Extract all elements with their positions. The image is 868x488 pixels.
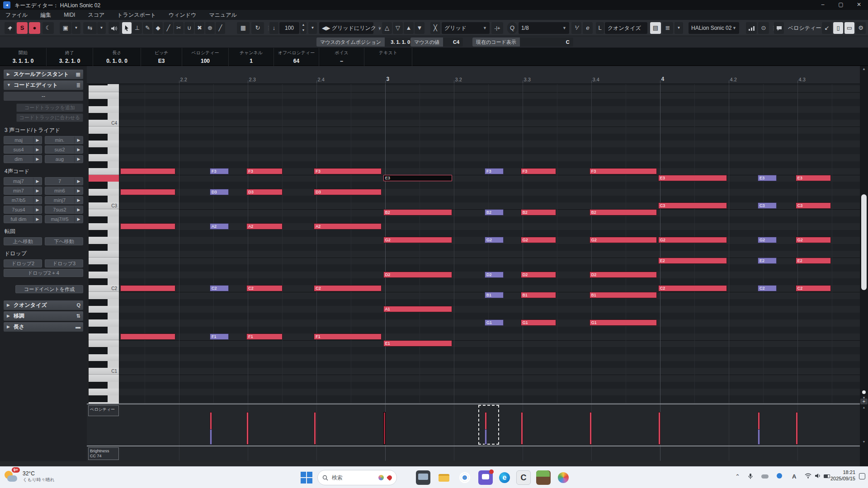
midi-note-F3[interactable] [120, 168, 175, 174]
info-field-2[interactable]: 長さ0. 1. 0. 0 [93, 48, 141, 66]
chord-play-icon[interactable]: ▶ [33, 155, 42, 163]
black-key-G#0[interactable] [89, 395, 119, 402]
white-key-D1[interactable] [89, 354, 119, 361]
object-selection-dropdown-icon[interactable]: ▼ [72, 22, 80, 34]
event-colors-bubble-icon[interactable] [774, 22, 784, 34]
taskbar-app-file-explorer[interactable] [437, 470, 451, 485]
black-key-D#2[interactable] [89, 264, 119, 271]
chord-button-sus2[interactable]: sus2▶ [45, 145, 83, 154]
line-tool-icon[interactable]: ╱ [164, 22, 173, 34]
white-key-F2[interactable] [89, 251, 119, 258]
taskbar-app-cubase[interactable]: C [516, 470, 531, 485]
midi-note-C2[interactable]: C2 [758, 285, 777, 291]
midi-note-F1[interactable]: F1 [246, 333, 283, 340]
bottom-scroll-strip[interactable] [0, 461, 868, 466]
taskbar-app-browser[interactable] [556, 470, 571, 485]
taskbar-app-chat[interactable] [478, 470, 493, 485]
midi-note-F3[interactable]: F3 [246, 168, 283, 174]
chord-button-dim[interactable]: dim▶ [4, 155, 42, 163]
chord-play-icon[interactable]: ▶ [33, 136, 42, 144]
split-tool-icon[interactable]: ✂ [174, 22, 184, 34]
piano-keyboard[interactable]: C4C3C2C1 [87, 84, 119, 404]
search-input[interactable]: 検索 [317, 470, 397, 485]
create-chord-event-button[interactable]: コードイベントを作成 [15, 285, 83, 293]
taskbar-app-minecraft[interactable] [536, 470, 551, 485]
mute-tool-icon[interactable]: ✖ [195, 22, 204, 34]
black-key-F#2[interactable] [89, 244, 119, 251]
velocity-bar-red[interactable] [246, 412, 249, 445]
midi-note-D3[interactable]: D3 [246, 189, 283, 195]
velocity-bars-icon[interactable] [746, 22, 757, 34]
grid-plusminus-icon[interactable]: -|+ [491, 22, 503, 34]
drop3-button[interactable]: ドロップ3 [45, 259, 83, 267]
part-dropdown-icon[interactable]: ▼ [675, 22, 683, 34]
chord-button-maj[interactable]: maj▶ [4, 136, 42, 144]
midi-note-A2[interactable]: A2 [314, 223, 382, 230]
chord-play-icon[interactable]: ▶ [33, 146, 42, 153]
info-field-7[interactable]: ボイス– [319, 48, 364, 66]
midi-note-E1[interactable]: E1 [383, 340, 452, 347]
white-key-C2[interactable]: C2 [89, 285, 119, 292]
cc-lane[interactable] [87, 446, 860, 461]
chord-play-icon[interactable]: ▶ [33, 197, 42, 204]
midi-note-D2[interactable]: D2 [485, 272, 504, 278]
show-parts-icon[interactable]: ▤ [650, 22, 661, 34]
midi-note-G2[interactable]: G2 [485, 237, 504, 243]
chord-button-m7b5[interactable]: m7/b5▶ [4, 196, 42, 204]
add-chord-track-button[interactable]: コードトラックを追加 [16, 103, 83, 112]
left-zone-arrow-icon[interactable]: ↙ [822, 22, 832, 34]
midi-note-D2[interactable]: D2 [521, 272, 556, 278]
event-colors-dropdown[interactable]: ベロシティー [785, 22, 821, 34]
chord-button-minj7[interactable]: minj7▶ [45, 196, 83, 204]
black-key-F#1[interactable] [89, 327, 119, 333]
inversion-up-button[interactable]: 上へ移動 [4, 237, 42, 245]
midi-input-icon[interactable]: ⊙ [758, 22, 769, 34]
white-key-G3[interactable] [89, 154, 119, 161]
white-key-D3[interactable] [89, 189, 119, 196]
menu-midi[interactable]: MIDI [64, 12, 75, 18]
acoustic-audition-icon[interactable] [108, 22, 119, 34]
velocity-stepper[interactable]: ▲▼ [300, 22, 307, 34]
chord-display-field[interactable]: -- [4, 92, 83, 101]
cc-lane-label[interactable]: Brightness CC 74 [88, 447, 119, 460]
midi-note-B1[interactable]: B1 [485, 292, 504, 298]
drop2-button[interactable]: ドロップ2 [4, 259, 42, 267]
chord-play-icon[interactable]: ▶ [75, 197, 83, 204]
wifi-icon[interactable] [805, 473, 811, 480]
midi-note-D2[interactable]: D2 [383, 272, 452, 278]
midi-note-B2[interactable]: B2 [521, 209, 556, 216]
midi-note-C2[interactable]: C2 [796, 285, 831, 291]
white-key-D2[interactable] [89, 272, 119, 278]
chord-button-7sus4[interactable]: 7sus4▶ [4, 206, 42, 214]
white-key-E2[interactable] [89, 258, 119, 264]
midi-note-E2[interactable]: E2 [758, 258, 777, 264]
part-editing-mode-icon[interactable]: ≣ [662, 22, 673, 34]
chord-play-icon[interactable]: ▶ [75, 146, 83, 153]
white-key-F3[interactable] [89, 168, 119, 175]
info-field-1[interactable]: 終了3. 2. 1. 0 [47, 48, 93, 66]
black-key-C#1[interactable] [89, 361, 119, 368]
inversion-down-button[interactable]: 下へ移動 [45, 237, 83, 245]
white-key-C1[interactable]: C1 [89, 368, 119, 375]
update-dot-icon[interactable] [777, 473, 782, 479]
midi-note-A2[interactable] [120, 223, 175, 230]
snap-type-dropdown[interactable]: グリッド ▼ [442, 22, 490, 34]
midi-note-D3[interactable]: D3 [210, 189, 229, 195]
independent-track-loop-icon[interactable]: ▦ [237, 22, 250, 34]
notification-center-icon[interactable] [859, 473, 865, 479]
output-track-dropdown[interactable]: HALion Sonic 02 ▼ [689, 22, 739, 34]
black-key-F#3[interactable] [89, 161, 119, 168]
chord-button-sus4[interactable]: sus4▶ [4, 145, 42, 154]
white-key-D4[interactable] [89, 106, 119, 113]
clock[interactable]: 18:21 2025/09/15 [830, 469, 855, 482]
vertical-scrollbar[interactable]: ▲ ▼ + ▲ ▼ [860, 66, 868, 466]
velocity-bar-red[interactable] [590, 412, 592, 445]
quantize-panel-icon[interactable]: e [583, 22, 593, 34]
velocity-bar-purple[interactable] [758, 429, 760, 445]
trim-tool-icon[interactable]: ⊥ [132, 22, 142, 34]
chord-button-min7[interactable]: min7▶ [4, 187, 42, 195]
object-selection-mode-icon[interactable]: ▣ [60, 22, 71, 34]
ime-indicator[interactable]: A [792, 473, 796, 480]
velocity-bar-purple[interactable] [485, 429, 487, 445]
black-key-A#2[interactable] [89, 216, 119, 223]
